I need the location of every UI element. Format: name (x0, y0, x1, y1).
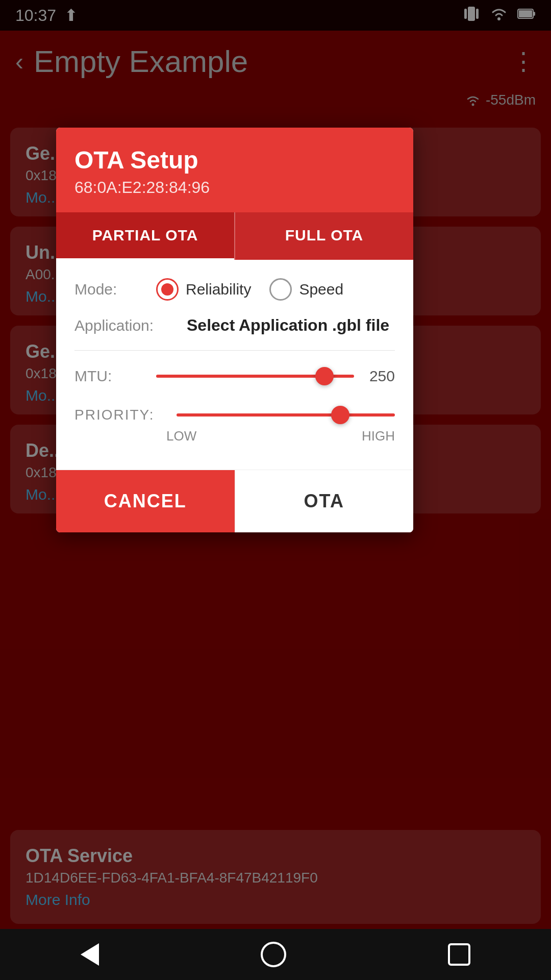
divider-1 (74, 350, 395, 351)
bottom-navigation (0, 929, 551, 980)
ota-button[interactable]: OTA (235, 470, 414, 532)
application-row: Application: Select Application .gbl fil… (74, 316, 395, 335)
reliability-label: Reliability (186, 281, 251, 298)
mode-row: Mode: Reliability Speed (74, 278, 395, 301)
application-value[interactable]: Select Application .gbl file (187, 316, 389, 335)
cancel-button[interactable]: CANCEL (56, 470, 235, 532)
mtu-row: MTU: 250 (74, 366, 395, 386)
priority-top: PRIORITY: (74, 405, 395, 425)
speed-radio[interactable] (269, 278, 292, 301)
priority-label: PRIORITY: (74, 407, 166, 423)
mtu-slider-container (156, 366, 354, 386)
dialog-tabs: PARTIAL OTA FULL OTA (56, 212, 413, 260)
application-label: Application: (74, 317, 187, 334)
ota-setup-dialog: OTA Setup 68:0A:E2:28:84:96 PARTIAL OTA … (56, 128, 413, 532)
priority-low-label: LOW (166, 428, 196, 444)
mtu-label: MTU: (74, 368, 146, 385)
priority-labels: LOW HIGH (74, 428, 395, 444)
back-nav-icon (81, 943, 99, 966)
speed-label: Speed (299, 281, 343, 298)
tab-full-ota[interactable]: FULL OTA (235, 212, 413, 260)
mode-label: Mode: (74, 281, 156, 298)
priority-slider-wrap (177, 405, 395, 425)
mtu-slider-track (156, 375, 354, 378)
recents-nav-icon (448, 943, 470, 966)
reliability-option[interactable]: Reliability (156, 278, 251, 301)
speed-option[interactable]: Speed (269, 278, 343, 301)
priority-high-label: HIGH (362, 428, 395, 444)
dialog-footer: CANCEL OTA (56, 470, 413, 532)
priority-slider-track (177, 413, 395, 416)
reliability-radio[interactable] (156, 278, 179, 301)
mode-radio-group: Reliability Speed (156, 278, 343, 301)
nav-recents-button[interactable] (448, 943, 470, 966)
dialog-title: OTA Setup (74, 146, 395, 174)
nav-home-button[interactable] (261, 942, 286, 967)
mtu-slider-thumb[interactable] (315, 367, 334, 385)
nav-back-button[interactable] (81, 943, 99, 966)
priority-slider-container (177, 405, 395, 425)
home-nav-icon (261, 942, 286, 967)
reliability-radio-fill (161, 283, 173, 296)
priority-row: PRIORITY: LOW HIGH (74, 405, 395, 444)
dialog-header: OTA Setup 68:0A:E2:28:84:96 (56, 128, 413, 212)
tab-partial-ota[interactable]: PARTIAL OTA (56, 212, 234, 260)
dialog-body: Mode: Reliability Speed Application: Sel… (56, 260, 413, 470)
dialog-subtitle: 68:0A:E2:28:84:96 (74, 178, 395, 197)
mtu-value: 250 (364, 368, 395, 385)
priority-slider-thumb[interactable] (331, 406, 349, 424)
